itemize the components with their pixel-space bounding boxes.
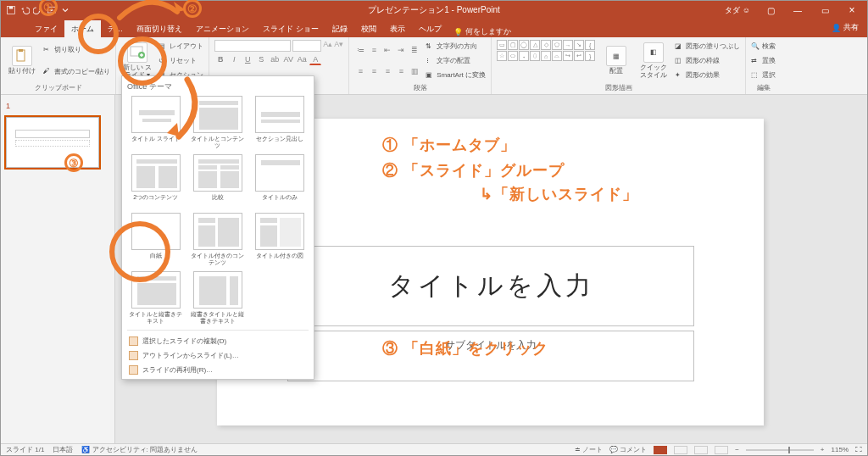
align-text-button[interactable]: ⫶文字の配置	[426, 56, 486, 65]
slide-thumbnail-pane[interactable]: 1	[1, 95, 115, 443]
font-name-select[interactable]	[214, 40, 291, 52]
slides-from-outline-item[interactable]: アウトラインからスライド(L)…	[127, 348, 309, 363]
restore-button[interactable]: ▭	[813, 1, 837, 19]
find-icon: 🔍	[751, 42, 760, 51]
user-name[interactable]: タダ ☺	[725, 5, 750, 16]
decrease-font-icon[interactable]: A▾	[334, 40, 343, 52]
zoom-percent[interactable]: 115%	[832, 446, 849, 453]
spacing-button[interactable]: AV	[282, 53, 294, 65]
tell-me-label: 何をしますか	[465, 26, 511, 37]
qat-caret-icon[interactable]	[60, 5, 70, 15]
close-button[interactable]: ×	[840, 1, 864, 19]
line-spacing-button[interactable]: ≣	[409, 44, 420, 56]
text-direction-icon: ⇅	[426, 42, 434, 51]
text-direction-button[interactable]: ⇅文字列の方向	[426, 42, 486, 51]
tab-view[interactable]: 表示	[383, 20, 412, 37]
group-clipboard-label: クリップボード	[6, 83, 110, 92]
shape-outline-button[interactable]: ◫図形の枠線	[675, 56, 740, 65]
tab-animations[interactable]: アニメーション	[189, 20, 256, 37]
accessibility-status[interactable]: ♿ アクセシビリティ: 問題ありません	[81, 445, 198, 454]
layout-title-only[interactable]: タイトルのみ	[252, 154, 309, 208]
svg-rect-1	[9, 7, 14, 9]
ribbon-options-icon[interactable]: ▢	[759, 1, 782, 19]
paste-button[interactable]: 貼り付け	[6, 40, 38, 81]
numbering-button[interactable]: ≡	[368, 44, 380, 56]
strike-button[interactable]: S	[255, 53, 267, 65]
share-label: 共有	[843, 22, 859, 33]
tab-file[interactable]: ファイ	[35, 20, 64, 37]
increase-font-icon[interactable]: A▴	[323, 40, 332, 52]
tab-slideshow[interactable]: スライド ショー	[256, 20, 326, 37]
reuse-slides-item[interactable]: スライドの再利用(R)…	[127, 363, 309, 377]
notes-button[interactable]: ≐ ノート	[575, 445, 603, 454]
group-drawing-label: 図形描画	[497, 83, 740, 92]
tab-help[interactable]: ヘルプ	[412, 20, 448, 37]
reading-view-button[interactable]	[694, 446, 708, 454]
language-indicator[interactable]: 日本語	[53, 445, 73, 454]
tab-record[interactable]: 記録	[326, 20, 354, 37]
sorter-view-button[interactable]	[674, 446, 687, 454]
indent-inc-button[interactable]: ⇥	[395, 44, 407, 56]
quick-styles-icon: ◧	[643, 42, 664, 63]
layout-section-header[interactable]: セクション見出し	[252, 96, 309, 149]
replace-button[interactable]: ⇄置換	[751, 56, 776, 65]
reset-button[interactable]: ↺リセット	[159, 56, 203, 65]
share-button[interactable]: 👤 共有	[832, 22, 859, 33]
fit-to-window-button[interactable]: ⛶	[855, 446, 862, 453]
quick-styles-button[interactable]: ◧ クイック スタイル	[637, 40, 670, 81]
zoom-out-button[interactable]: −	[735, 446, 739, 453]
shapes-gallery[interactable]: ▭▢◯△◇⬠→↘{ ☆⬭⬩⬯⌂⌓↪↩}	[497, 40, 595, 81]
slide-thumb-1[interactable]	[6, 117, 99, 168]
indent-dec-button[interactable]: ⇤	[381, 44, 393, 56]
layout-comparison[interactable]: 比較	[189, 154, 246, 208]
cut-button[interactable]: ✂切り取り	[43, 45, 110, 54]
shape-fill-button[interactable]: ◪図形の塗りつぶし	[675, 42, 740, 51]
columns-button[interactable]: ▥	[409, 65, 420, 77]
font-color-button[interactable]: A	[309, 53, 321, 65]
comments-button[interactable]: 💬 コメント	[609, 445, 647, 454]
layout-content-caption[interactable]: タイトル付きのコンテンツ	[189, 213, 246, 266]
layout-two-content[interactable]: 2つのコンテンツ	[127, 154, 184, 208]
bullets-button[interactable]: ≔	[354, 44, 366, 56]
normal-view-button[interactable]	[654, 446, 667, 454]
title-placeholder[interactable]: タイトルを入力	[287, 246, 694, 326]
select-button[interactable]: ⬚選択	[751, 70, 776, 80]
anno-arrow-1-to-2	[111, 0, 187, 31]
font-size-select[interactable]	[292, 40, 321, 52]
justify-button[interactable]: ≡	[395, 65, 407, 77]
minimize-button[interactable]: —	[786, 1, 810, 19]
layout-button[interactable]: ▤レイアウト	[159, 42, 203, 51]
slideshow-view-button[interactable]	[715, 446, 728, 454]
layout-picture-caption[interactable]: タイトル付きの図	[252, 213, 309, 266]
smartart-button[interactable]: ▣SmartArt に変換	[426, 70, 486, 80]
italic-button[interactable]: I	[228, 53, 240, 65]
duplicate-slides-item[interactable]: 選択したスライドの複製(D)	[127, 334, 309, 348]
align-left-button[interactable]: ≡	[354, 65, 366, 77]
tab-review[interactable]: 校閲	[354, 20, 383, 37]
format-painter-button[interactable]: 🖌書式のコピー/貼り	[43, 67, 110, 76]
subtitle-placeholder[interactable]: サブタイトルを入力	[287, 331, 694, 381]
layout-title-vertical-text[interactable]: タイトルと縦書きテキスト	[127, 271, 184, 325]
find-button[interactable]: 🔍検索	[751, 42, 776, 51]
start-from-beginning-icon[interactable]	[47, 5, 57, 15]
tab-home[interactable]: ホーム	[64, 20, 101, 37]
zoom-slider[interactable]	[746, 449, 814, 451]
tell-me-search[interactable]: 💡 何をしますか	[453, 26, 511, 37]
shadow-button[interactable]: ab	[269, 53, 281, 65]
layout-vertical-title-text[interactable]: 縦書きタイトルと縦書きテキスト	[189, 271, 246, 325]
zoom-in-button[interactable]: +	[821, 446, 825, 453]
svg-rect-4	[19, 49, 23, 52]
align-center-button[interactable]: ≡	[368, 65, 380, 77]
bold-button[interactable]: B	[214, 53, 226, 65]
group-editing-label: 編集	[751, 83, 776, 92]
shape-effects-button[interactable]: ✦図形の効果	[675, 70, 740, 80]
char-case-button[interactable]: Aa	[296, 53, 308, 65]
layout-blank[interactable]: 白紙	[127, 213, 184, 266]
align-right-button[interactable]: ≡	[381, 65, 393, 77]
underline-button[interactable]: U	[242, 53, 253, 65]
redo-icon[interactable]	[33, 5, 43, 15]
save-icon[interactable]	[6, 5, 16, 15]
arrange-button[interactable]: ▦ 配置	[600, 40, 632, 81]
title-placeholder-text: タイトルを入力	[388, 269, 594, 303]
undo-icon[interactable]	[19, 5, 30, 15]
